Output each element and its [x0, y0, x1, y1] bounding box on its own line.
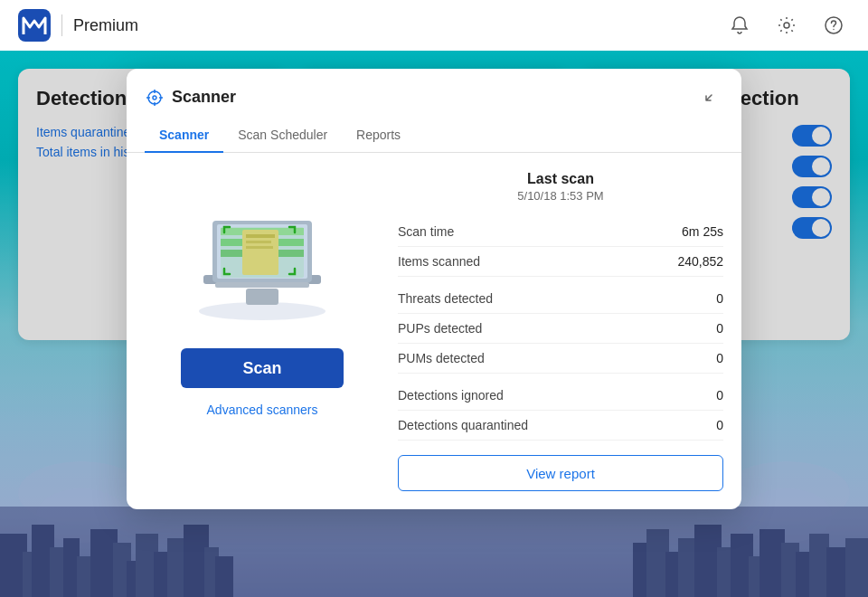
malwarebytes-logo-icon — [18, 9, 51, 42]
app-tier-label: Premium — [73, 16, 138, 35]
bell-icon — [730, 15, 750, 35]
modal-body: Scan Advanced scanners Last scan 5/10/18… — [127, 153, 741, 509]
modal-header-left: Scanner — [145, 88, 236, 108]
scan-illustration-icon — [172, 171, 353, 334]
scan-time-value: 6m 25s — [682, 224, 723, 239]
threats-detected-row: Threats detected 0 — [398, 284, 723, 314]
topbar-left: Premium — [18, 9, 138, 42]
pums-detected-value: 0 — [716, 351, 723, 365]
pums-detected-row: PUMs detected 0 — [398, 344, 723, 374]
tab-scan-scheduler[interactable]: Scan Scheduler — [223, 118, 342, 153]
scan-time-label: Scan time — [398, 224, 454, 239]
svg-rect-53 — [215, 282, 309, 288]
pums-detected-label: PUMs detected — [398, 351, 485, 365]
advanced-scanners-link[interactable]: Advanced scanners — [207, 403, 318, 417]
modal-header: Scanner — [127, 69, 741, 111]
pups-detected-value: 0 — [716, 321, 723, 336]
shrink-icon — [703, 87, 720, 103]
scan-time-row: Scan time 6m 25s — [398, 217, 723, 247]
gear-icon — [777, 15, 797, 35]
modal-title: Scanner — [172, 88, 236, 107]
modal-close-button[interactable] — [700, 83, 723, 111]
last-scan-date: 5/10/18 1:53 PM — [398, 189, 723, 203]
items-scanned-label: Items scanned — [398, 254, 480, 269]
items-scanned-value: 240,852 — [677, 254, 723, 269]
threats-detected-label: Threats detected — [398, 291, 493, 306]
svg-rect-54 — [246, 289, 278, 305]
notification-button[interactable] — [723, 9, 756, 42]
view-report-button[interactable]: View report — [398, 455, 723, 491]
main-content: Detection History Items quarantined Tota… — [0, 51, 868, 597]
help-icon — [824, 15, 844, 35]
items-scanned-row: Items scanned 240,852 — [398, 247, 723, 277]
help-button[interactable] — [817, 9, 850, 42]
detections-quarantined-row: Detections quarantined 0 — [398, 411, 723, 441]
scan-stats: Scan time 6m 25s Items scanned 240,852 T… — [398, 217, 723, 441]
modal-left-panel: Scan Advanced scanners — [145, 171, 380, 491]
topbar-divider — [61, 14, 62, 36]
detections-ignored-value: 0 — [716, 388, 723, 403]
stat-spacer-1 — [398, 277, 723, 284]
scan-button[interactable]: Scan — [181, 348, 344, 388]
scanner-target-icon — [145, 88, 165, 108]
scanner-modal: Scanner Scanner Scan Scheduler Reports — [127, 69, 741, 509]
svg-rect-52 — [221, 227, 304, 278]
detections-ignored-row: Detections ignored 0 — [398, 381, 723, 411]
tab-scanner[interactable]: Scanner — [145, 118, 223, 153]
svg-point-3 — [833, 29, 834, 30]
topbar: Premium — [0, 0, 868, 51]
last-scan-title: Last scan — [398, 171, 723, 187]
tab-reports[interactable]: Reports — [342, 118, 415, 153]
detections-ignored-label: Detections ignored — [398, 388, 504, 403]
detections-quarantined-value: 0 — [716, 418, 723, 432]
settings-button[interactable] — [770, 9, 803, 42]
modal-right-panel: Last scan 5/10/18 1:53 PM Scan time 6m 2… — [398, 171, 723, 491]
modal-tabs: Scanner Scan Scheduler Reports — [127, 118, 741, 153]
svg-point-1 — [784, 23, 789, 28]
pups-detected-row: PUPs detected 0 — [398, 314, 723, 344]
threats-detected-value: 0 — [716, 291, 723, 306]
modal-overlay: Scanner Scanner Scan Scheduler Reports — [0, 51, 868, 597]
svg-point-36 — [153, 96, 156, 100]
svg-point-35 — [148, 91, 161, 104]
topbar-icons — [723, 9, 850, 42]
detections-quarantined-label: Detections quarantined — [398, 418, 528, 432]
stat-spacer-2 — [398, 374, 723, 381]
pups-detected-label: PUPs detected — [398, 321, 482, 336]
